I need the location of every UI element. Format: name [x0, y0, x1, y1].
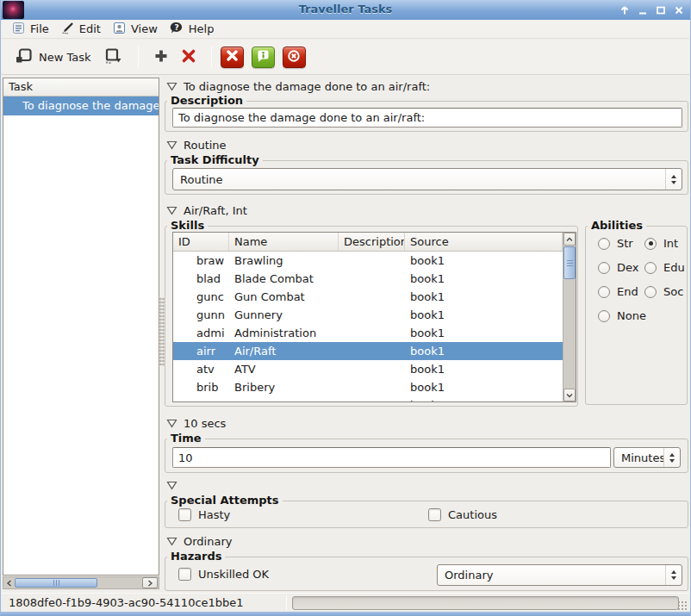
radio-str[interactable]: Str: [598, 237, 644, 250]
table-row[interactable]: bladBlade Combatbook1: [173, 270, 576, 288]
table-row[interactable]: bribBriberybook1: [173, 378, 576, 396]
cancel-button[interactable]: [283, 47, 306, 68]
file-icon: [12, 22, 25, 37]
expander-open-icon: [166, 140, 177, 150]
hazards-select[interactable]: Ordinary: [437, 564, 682, 586]
progress-bar: [292, 596, 679, 610]
time-expander-label: 10 secs: [184, 417, 226, 430]
vscroll-thumb[interactable]: [563, 246, 576, 279]
description-expander[interactable]: To diagnose the damage done to an air/ra…: [166, 79, 430, 93]
description-input[interactable]: [172, 108, 682, 128]
menu-edit[interactable]: Edit: [57, 20, 109, 39]
radio-icon: [644, 262, 657, 274]
table-row[interactable]: gunnGunnerybook1: [173, 306, 576, 324]
radio-icon: [598, 310, 610, 322]
col-header-description[interactable]: Description: [339, 233, 405, 251]
table-row[interactable]: atvATVbook1: [173, 360, 576, 378]
checkbox-icon: [428, 508, 441, 521]
radio-none[interactable]: None: [598, 309, 644, 322]
task-column-header[interactable]: Task: [3, 78, 159, 96]
radio-int[interactable]: Int: [644, 237, 685, 250]
col-header-id[interactable]: ID: [173, 233, 229, 251]
radio-end[interactable]: End: [598, 285, 644, 298]
menu-view[interactable]: View: [109, 20, 165, 39]
radio-checked-icon: [644, 238, 657, 250]
stepper-icon: [665, 565, 682, 585]
close-icon[interactable]: [673, 4, 684, 16]
radio-soc[interactable]: Soc: [644, 285, 685, 298]
statusbar-divider: [286, 595, 287, 611]
menu-file[interactable]: File: [8, 20, 57, 39]
description-expander-label: To diagnose the damage done to an air/ra…: [184, 80, 430, 93]
cautious-label: Cautious: [448, 508, 497, 521]
description-group-label: Description: [167, 94, 246, 107]
skills-vscrollbar[interactable]: [563, 233, 576, 401]
table-row-selected[interactable]: airrAir/Raftbook1: [173, 342, 576, 360]
stop-button[interactable]: [221, 47, 244, 68]
col-header-name[interactable]: Name: [229, 233, 339, 251]
hscroll-thumb[interactable]: [15, 578, 97, 588]
hazards-expander[interactable]: Ordinary: [166, 534, 232, 548]
scroll-up-icon[interactable]: [563, 233, 576, 246]
time-unit-value: Minutes: [614, 451, 663, 464]
abilities-groupbox: Abilities Str Int Dex Edu End Soc None: [585, 226, 688, 405]
difficulty-expander-label: Routine: [184, 139, 227, 152]
unskilled-ok-label: Unskilled OK: [198, 568, 269, 581]
plus-icon: [153, 48, 169, 66]
shade-window-icon[interactable]: [619, 4, 630, 16]
delete-button[interactable]: [175, 46, 202, 69]
menubar: File Edit View ? Help: [2, 20, 689, 39]
radio-edu[interactable]: Edu: [644, 261, 685, 274]
table-row[interactable]: guncGun Combatbook1: [173, 288, 576, 306]
time-input[interactable]: [172, 447, 611, 468]
skills-expander-label: Air/Raft, Int: [184, 204, 247, 217]
hasty-checkbox[interactable]: Hasty: [178, 508, 230, 521]
time-group-label: Time: [167, 432, 205, 445]
col-header-source[interactable]: Source: [405, 233, 563, 251]
photo-icon: [113, 22, 126, 37]
toolbar: New Task: [2, 40, 689, 75]
radio-dex[interactable]: Dex: [598, 261, 644, 274]
time-expander[interactable]: 10 secs: [166, 416, 226, 430]
export-icon: [103, 47, 123, 67]
checkbox-icon: [178, 508, 191, 521]
checkbox-icon: [178, 568, 191, 581]
table-row[interactable]: brawBrawlingbook1: [173, 252, 576, 270]
difficulty-select-value: Routine: [173, 173, 665, 186]
resize-grip[interactable]: [677, 600, 687, 610]
status-uuid-text: 1808dfe0-f1b9-4903-ac90-54110ce1bbe1: [9, 596, 244, 609]
task-list-hscrollbar[interactable]: [3, 576, 159, 589]
app-window: Traveller Tasks File Edit: [0, 0, 691, 616]
table-row[interactable]: admiAdministrationbook1: [173, 324, 576, 342]
time-unit-select[interactable]: Minutes: [613, 447, 681, 468]
skills-groupbox: Skills ID Name Description Source brawBr…: [165, 226, 578, 407]
add-button[interactable]: [147, 46, 175, 69]
difficulty-expander[interactable]: Routine: [166, 138, 227, 152]
minimize-icon[interactable]: [637, 4, 648, 16]
new-task-button[interactable]: New Task: [9, 45, 97, 70]
toolbar-separator: [138, 46, 139, 68]
unskilled-ok-checkbox[interactable]: Unskilled OK: [178, 568, 269, 581]
scroll-right-icon[interactable]: [142, 577, 158, 588]
skills-expander[interactable]: Air/Raft, Int: [166, 203, 247, 217]
maximize-icon[interactable]: [655, 4, 666, 16]
scroll-down-icon[interactable]: [563, 389, 576, 401]
expander-open-icon: [166, 206, 177, 215]
info-button[interactable]: [252, 47, 275, 68]
menu-help-label: Help: [189, 22, 215, 35]
expander-open-icon: [166, 481, 177, 490]
window-title: Traveller Tasks: [1, 3, 690, 16]
table-row[interactable]: compComputerbook1: [173, 396, 576, 401]
task-list-item[interactable]: To diagnose the damage done to an air/ra…: [3, 96, 159, 115]
hazards-groupbox: Hazards Unskilled OK Ordinary: [165, 557, 688, 591]
svg-text:?: ?: [174, 23, 178, 32]
help-balloon-icon: ?: [170, 22, 184, 37]
export-tasks-button[interactable]: [97, 45, 129, 70]
difficulty-select[interactable]: Routine: [172, 168, 682, 190]
new-task-label: New Task: [39, 51, 91, 64]
special-attempts-expander[interactable]: [166, 478, 184, 492]
hasty-label: Hasty: [198, 508, 230, 521]
menu-help[interactable]: ? Help: [165, 20, 222, 39]
scroll-left-icon[interactable]: [3, 577, 16, 588]
cautious-checkbox[interactable]: Cautious: [428, 508, 497, 521]
